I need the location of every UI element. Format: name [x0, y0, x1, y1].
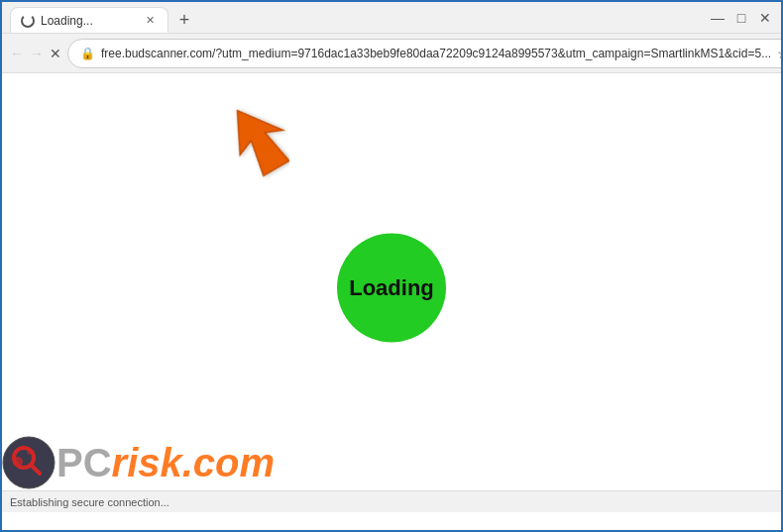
svg-point-1 [3, 437, 55, 488]
tab-title: Loading... [41, 14, 93, 28]
forward-button[interactable]: → [30, 40, 44, 67]
pc-text: PC [56, 441, 112, 484]
loading-text: Loading [349, 274, 434, 300]
bookmark-icon[interactable]: ☆ [777, 46, 783, 61]
watermark-logo [2, 436, 56, 490]
status-text: Establishing secure connection... [10, 496, 169, 508]
svg-point-3 [13, 457, 23, 467]
svg-marker-0 [220, 101, 289, 180]
watermark-text: PCrisk.com [56, 441, 275, 485]
new-tab-button[interactable]: + [172, 9, 196, 33]
minimize-button[interactable]: — [710, 10, 726, 26]
titlebar: Loading... ✕ + — □ ✕ [2, 2, 781, 34]
stop-button[interactable]: ✕ [50, 40, 61, 67]
lock-icon: 🔒 [80, 47, 95, 60]
statusbar: Establishing secure connection... [2, 490, 781, 512]
tab-area: Loading... ✕ + [10, 2, 698, 33]
address-bar[interactable]: 🔒 free.budscanner.com/?utm_medium=9716da… [67, 39, 783, 68]
svg-point-4 [27, 449, 33, 455]
window-close-button[interactable]: ✕ [757, 10, 773, 26]
page-content: Loading PCrisk.com Establishing secure c… [2, 73, 781, 512]
loading-circle: Loading [337, 233, 446, 342]
risk-text: risk.com [112, 441, 276, 484]
url-text: free.budscanner.com/?utm_medium=9716dac1… [101, 47, 771, 60]
tab-loading-spinner [21, 14, 35, 28]
arrow-annotation [220, 101, 280, 170]
watermark: PCrisk.com [2, 436, 275, 490]
navbar: ← → ✕ 🔒 free.budscanner.com/?utm_medium=… [2, 34, 781, 73]
active-tab[interactable]: Loading... ✕ [10, 7, 168, 33]
back-button[interactable]: ← [10, 40, 24, 67]
maximize-button[interactable]: □ [733, 10, 749, 26]
window-controls: — □ ✕ [710, 10, 773, 26]
tab-close-button[interactable]: ✕ [142, 13, 158, 29]
